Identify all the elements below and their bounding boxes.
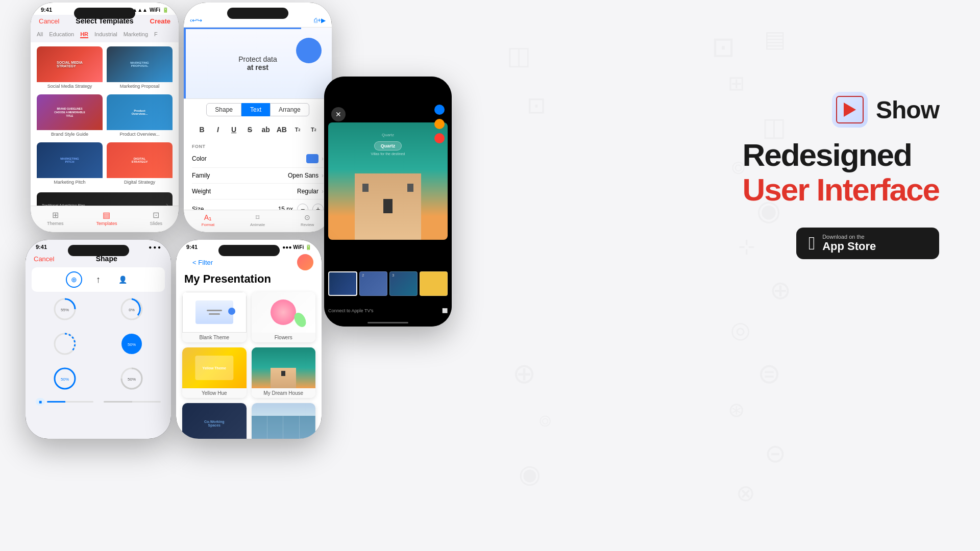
svg-text:50%: 50% [61, 377, 69, 382]
lowercase-button[interactable]: ab [258, 121, 274, 138]
bold-button[interactable]: B [194, 121, 210, 138]
tab-industrial[interactable]: Industrial [94, 31, 117, 38]
filter-button[interactable]: < Filter [184, 257, 221, 268]
nav-animate[interactable]: ⌑ Animate [250, 213, 265, 227]
slider-2[interactable] [104, 401, 161, 403]
toolbar-redo[interactable]: ↪ [197, 17, 202, 24]
tab-all[interactable]: All [37, 31, 43, 38]
home-indicator-5 [368, 322, 408, 323]
shape-cancel[interactable]: Cancel [34, 255, 54, 263]
radius-tool[interactable]: ⊕ [66, 271, 82, 288]
keynote-border [836, 96, 864, 123]
slide-label: Quartz [382, 133, 394, 137]
tab-education[interactable]: Education [49, 31, 74, 38]
category-tabs: All Education HR Industrial Marketing F [31, 29, 179, 42]
color-dots [434, 105, 445, 143]
window-1 [362, 184, 369, 192]
flowers-thumb [252, 292, 316, 333]
weight-value: Regular [297, 188, 318, 195]
slide-thumb-4[interactable] [420, 271, 448, 296]
toolbar-undo[interactable]: ↩ [192, 17, 197, 24]
color-swatch[interactable] [306, 154, 318, 163]
font-color-row[interactable]: Color › [192, 150, 324, 168]
tab-marketing[interactable]: Marketing [124, 31, 148, 38]
font-section-label: FONT [192, 141, 324, 150]
list-item[interactable]: Co-WorkingSpaces Co-Working [182, 403, 247, 439]
template-thumb: DIGITALSTRATEGY [107, 142, 173, 178]
tab-more[interactable]: F [154, 31, 158, 38]
slide-main: Quartz Quartz Villas for the destined [328, 122, 448, 240]
phone-notch [74, 8, 135, 19]
font-weight-row[interactable]: Weight Regular › [192, 184, 324, 199]
toolbar-play[interactable]: ▶ [321, 17, 326, 24]
window-2 [407, 184, 413, 192]
person-tool[interactable]: 👤 [115, 271, 131, 288]
uppercase-button[interactable]: AB [274, 121, 289, 138]
family-value: Open Sans [288, 172, 318, 179]
toolbar-share[interactable]: ⎙ [314, 17, 317, 24]
nav-templates[interactable]: ▤ Templates [96, 210, 117, 226]
list-item[interactable]: BRAND GUIDELINESCHOOSE A MEMORABLETITLE … [37, 94, 103, 138]
tab-text[interactable]: Text [241, 103, 270, 116]
slide-thumb-3[interactable]: 3 [389, 271, 418, 296]
nav-format[interactable]: A₁ Format [202, 213, 214, 227]
template-thumb: ProductOverview... [107, 94, 173, 130]
slide-area: Protect data at rest [184, 28, 332, 99]
phone-notch-3 [68, 245, 129, 256]
superscript-button[interactable]: T2 [290, 121, 306, 138]
up-tool[interactable]: ↑ [90, 271, 107, 288]
chevron-icon: › [322, 155, 324, 162]
toolbar-add[interactable]: + [317, 17, 321, 24]
list-item[interactable]: Blank Theme [182, 292, 247, 342]
store-label: App Store [822, 240, 876, 253]
tab-arrange[interactable]: Arrange [270, 103, 309, 116]
list-item[interactable]: DIGITALSTRATEGY Digital Strategy [107, 142, 173, 186]
list-item[interactable]: My Dream House [252, 347, 316, 398]
create-button[interactable]: Create [150, 17, 170, 25]
slider-1[interactable] [47, 401, 93, 403]
template-thumb: SOCIAL MEDIASTRATEGY [37, 46, 103, 82]
weight-label: Weight [192, 188, 211, 195]
list-item[interactable]: ProductOverview... Product Overview... [107, 94, 173, 138]
underline-button[interactable]: U [226, 121, 242, 138]
blank-theme-thumb [182, 292, 247, 333]
strikethrough-button[interactable]: S [242, 121, 258, 138]
building-graphic [355, 173, 421, 240]
slide-thumb-2[interactable]: 2 [359, 271, 387, 296]
subscript-button[interactable]: T2 [306, 121, 322, 138]
themes-icon: ⊞ [52, 210, 59, 220]
nav-themes[interactable]: ⊞ Themes [47, 210, 64, 226]
tab-hr[interactable]: HR [80, 31, 88, 38]
slide-text: Protect data at rest [238, 55, 277, 71]
cancel-button[interactable]: Cancel [39, 17, 59, 25]
bottom-controls: ■ [26, 396, 171, 408]
arc-control-6: 50% [118, 365, 145, 392]
thumb-num-1 [329, 272, 356, 274]
template-thumb: MARKETINGPITCH [37, 142, 103, 178]
app-store-button[interactable]:  Download on the App Store [796, 228, 939, 259]
list-item[interactable]: Yellow Theme Yellow Hue [182, 347, 247, 398]
list-item[interactable]: Flowers [252, 292, 316, 342]
co-working-thumb: Co-WorkingSpaces [182, 403, 247, 439]
mini-building [271, 368, 296, 388]
nav-slides[interactable]: ⊡ Slides [150, 210, 162, 226]
list-item[interactable]: SOCIAL MEDIASTRATEGY Social Media Strate… [37, 46, 103, 90]
list-item[interactable]: MARKETINGPROPOSAL Marketing Proposal [107, 46, 173, 90]
close-button[interactable]: ✕ [331, 107, 346, 121]
slide-bar-left [184, 28, 186, 98]
phone-text-editor: 9:41 ‹ ↩ ↪ ⎙ + ▶ Protect data at rest Sh… [184, 3, 332, 232]
svg-point-4 [55, 334, 75, 354]
nav-review[interactable]: ⊙ Review [301, 213, 314, 227]
svg-text:50%: 50% [128, 342, 136, 347]
list-item[interactable]: Architecture [252, 403, 316, 439]
slide-thumb-1[interactable] [328, 271, 357, 296]
template-name: Marketing Proposal [107, 82, 173, 90]
phone-my-presentation: 9:41 ●●● WiFi 🔋 < Filter My Presentation… [176, 240, 322, 439]
show-logo: Show [832, 92, 939, 128]
font-family-row[interactable]: Family Open Sans › [192, 168, 324, 184]
tab-shape[interactable]: Shape [206, 103, 241, 116]
status-icons-1: ▲▲▲ WiFi 🔋 [132, 7, 168, 13]
connect-tv-label: Connect to Apple TV's [328, 308, 374, 313]
list-item[interactable]: MARKETINGPITCH Marketing Pitch [37, 142, 103, 186]
italic-button[interactable]: I [210, 121, 226, 138]
